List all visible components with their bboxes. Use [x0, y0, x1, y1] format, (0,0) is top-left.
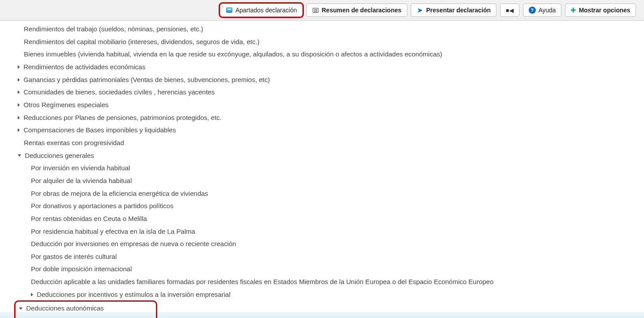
ayuda-button[interactable]: ? Ayuda — [523, 4, 561, 17]
tree-item-dg-doble-imposicion[interactable]: Por doble imposición internacional — [0, 262, 644, 275]
video-icon: ■◀ — [506, 7, 514, 14]
presentar-label: Presentar declaración — [426, 7, 491, 14]
submit-icon: ➤ — [417, 7, 424, 14]
caret-right-icon — [18, 78, 20, 82]
tree-item-dg-gastos-cultural[interactable]: Por gastos de interés cultural — [0, 250, 644, 263]
caret-right-icon — [18, 90, 20, 94]
mostrar-label: Mostrar opciones — [579, 7, 630, 14]
mostrar-opciones-button[interactable]: ✚ Mostrar opciones — [565, 4, 636, 17]
tree-item-otros-regimenes[interactable]: Otros Regímenes especiales — [0, 98, 644, 111]
tree-item-comunidades-bienes[interactable]: Comunidades de bienes, sociedades civile… — [0, 86, 644, 98]
caret-right-icon — [18, 128, 20, 132]
tree-item-dg-obras-mejora[interactable]: Por obras de mejora de la eficiencia ene… — [0, 187, 644, 200]
tree-item-rend-actividades[interactable]: Rendimientos de actividades económicas — [0, 60, 644, 73]
caret-right-icon — [31, 293, 33, 296]
tree-item-deducciones-autonomicas[interactable]: Deducciones autonómicas — [15, 302, 156, 314]
caret-down-icon — [18, 154, 21, 157]
tree-item-ganancias-perdidas[interactable]: Ganancias y pérdidas patrimoniales (Vent… — [0, 73, 644, 86]
resumen-label: Resumen de declaraciones — [322, 7, 402, 14]
tree-item-rentas-exentas[interactable]: Rentas exentas con progresividad — [0, 136, 644, 149]
tree-item-dg-incentivos[interactable]: Deducciones por incentivos y estímulos a… — [0, 288, 644, 301]
tree-item-deducciones-generales[interactable]: Deducciones generales — [0, 149, 644, 162]
ayuda-label: Ayuda — [538, 7, 556, 14]
presentar-declaracion-button[interactable]: ➤ Presentar declaración — [411, 4, 496, 17]
top-toolbar: Apartados declaración Resumen de declara… — [0, 0, 644, 21]
video-button[interactable]: ■◀ — [500, 4, 519, 17]
options-icon: ✚ — [571, 7, 576, 14]
highlighted-group: Deducciones autonómicas Comunidad Autóno… — [14, 300, 157, 318]
tree-item-da-castilla-leon[interactable]: Comunidad Autónoma de Castilla y León — [15, 314, 156, 318]
tree-item-dg-alquiler-vivienda[interactable]: Por alquiler de la vivienda habitual — [0, 174, 644, 187]
caret-right-icon — [18, 116, 20, 120]
tree-item-dg-unidades-familiares[interactable]: Deducción aplicable a las unidades famil… — [0, 275, 644, 288]
apartados-declaracion-button[interactable]: Apartados declaración — [220, 4, 303, 17]
tree-item-dg-inversion-empresas[interactable]: Deducción por inversiones en empresas de… — [0, 237, 644, 250]
tree-item-reducciones-planes[interactable]: Reducciones por Planes de pensiones, pat… — [0, 111, 644, 124]
summary-icon — [312, 7, 319, 14]
apartados-label: Apartados declaración — [235, 7, 297, 14]
help-icon: ? — [529, 7, 536, 14]
tree-item-rend-capital[interactable]: Rendimientos del capital mobiliario (int… — [0, 35, 644, 48]
tree-item-dg-donativos[interactable]: Por donativos y aportaciones a partidos … — [0, 199, 644, 212]
sections-icon — [226, 7, 233, 14]
tree-item-compensaciones-bases[interactable]: Compensaciones de Bases imponibles y liq… — [0, 123, 644, 136]
tree-item-dg-rentas-ceuta[interactable]: Por rentas obtenidas en Ceuta o Melilla — [0, 212, 644, 225]
caret-right-icon — [18, 65, 20, 69]
caret-right-icon — [18, 103, 20, 107]
tree-item-rend-trabajo[interactable]: Rendimientos del trabajo (sueldos, nómin… — [0, 22, 644, 35]
tree-item-dg-residencia-palma[interactable]: Por residencia habitual y efectiva en la… — [0, 225, 644, 238]
tree-item-dg-inversion-vivienda[interactable]: Por inversión en vivienda habitual — [0, 161, 644, 174]
resumen-declaraciones-button[interactable]: Resumen de declaraciones — [306, 4, 407, 17]
caret-down-icon — [19, 307, 23, 310]
tree-item-bienes-inmuebles[interactable]: Bienes inmuebles (vivienda habitual, viv… — [0, 48, 644, 60]
tree-view: Rendimientos del trabajo (sueldos, nómin… — [0, 21, 644, 318]
